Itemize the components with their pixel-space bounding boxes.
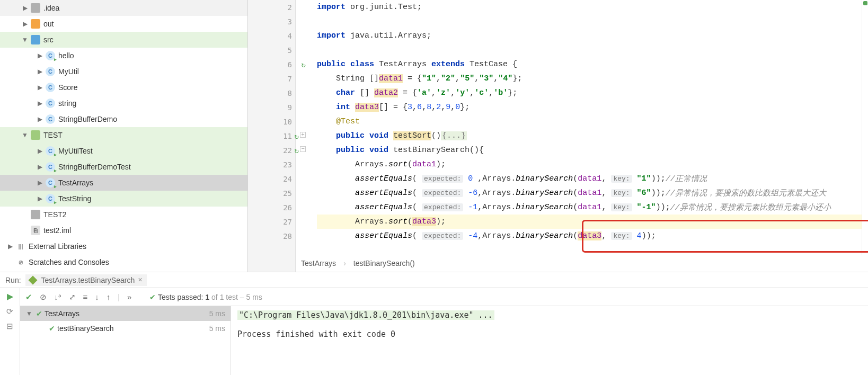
chevron-icon[interactable]: ▶ [35,68,45,75]
tree-item-test2-iml[interactable]: ⎘test2.iml [0,222,247,238]
code-line[interactable]: import org.junit.Test; [317,0,868,14]
chevron-icon[interactable]: ▼ [20,131,30,139]
code-line[interactable]: String []data1 = {"1","2","5","3","4"}; [317,72,868,86]
gutter-line[interactable]: 25 [248,186,295,200]
tree-label: StringBufferDemo [58,115,117,123]
gutter-line[interactable]: 7 [248,72,295,86]
sort-icon[interactable]: ↓ᵃ [54,292,61,302]
prev-icon[interactable]: ↓ [95,292,99,301]
collapse-icon[interactable]: ⤢ [69,292,76,302]
next-icon[interactable]: ↑ [107,292,111,301]
tree-label: src [43,35,54,44]
export-icon[interactable]: » [127,292,131,301]
code-line[interactable]: public void testBinarySearch(){ [317,143,868,157]
chevron-icon[interactable]: ▶ [35,195,45,202]
run-gutter-icon[interactable]: ↻ [302,60,306,69]
code-line[interactable]: public class TestArrays extends TestCase… [317,57,868,72]
tree-item-Scratches-and-Consoles[interactable]: ⎚Scratches and Consoles [0,254,247,270]
gutter-line[interactable]: 6↻ [248,57,295,72]
code-line[interactable]: assertEquals( expected: -6,Arrays.binary… [317,186,868,200]
tree-item-StringBufferDemoTest[interactable]: ▶CStringBufferDemoTest [0,159,247,175]
run-tab-label: TestArrays.testBinarySearch [41,276,135,284]
debug-icon[interactable]: ⟳ [6,307,13,316]
tree-item-MyUtil[interactable]: ▶CMyUtil [0,64,247,79]
gutter: 23456↻7891011↻+22↻−232425262728 [248,0,296,272]
tree-item-MyUtilTest[interactable]: ▶CMyUtilTest [0,143,247,159]
gutter-line[interactable]: 11↻+ [248,129,295,143]
fold-icon[interactable]: + [300,132,306,138]
code-line[interactable]: assertEquals( expected: -4,Arrays.binary… [317,229,868,243]
chevron-icon[interactable]: ▶ [35,52,45,59]
code-line[interactable]: Arrays.sort(data1); [317,157,868,172]
tree-item-string[interactable]: ▶Cstring [0,95,247,111]
run-play-icon[interactable]: ▶ [7,291,13,301]
tree-label: Score [58,83,78,92]
gutter-line[interactable]: 28 [248,229,295,243]
code-area[interactable]: import org.junit.Test;import java.util.A… [296,0,868,272]
code-line[interactable]: import java.util.Arrays; [317,29,868,43]
tree-item-TEST[interactable]: ▼TEST [0,127,247,143]
chevron-icon[interactable]: ▶ [5,243,15,250]
chevron-icon[interactable]: ▶ [20,20,30,28]
run-gutter-icon[interactable]: ↻ [295,146,299,155]
gutter-line[interactable]: 23 [248,157,295,172]
close-icon[interactable]: ✕ [138,276,143,283]
expand-icon[interactable]: ≡ [83,292,88,301]
tree-item-src[interactable]: ▼src [0,32,247,48]
tree-item-TestString[interactable]: ▶CTestString [0,191,247,207]
code-line[interactable]: public void testSort(){...} [317,129,868,143]
chevron-icon[interactable]: ▶ [35,163,45,171]
crumb-class[interactable]: TestArrays [301,259,336,267]
tree-item--idea[interactable]: ▶.idea [0,0,247,16]
gutter-line[interactable]: 2 [248,0,295,14]
crumb-method[interactable]: testBinarySearch() [353,259,415,267]
tree-item-out[interactable]: ▶out [0,16,247,32]
code-line[interactable]: int data3[] = {3,6,8,2,9,0}; [317,100,868,114]
console-output[interactable]: "C:\Program Files\Java\jdk1.8.0_201\bin\… [231,306,868,375]
code-line[interactable]: @Test [317,114,868,129]
chevron-icon[interactable]: ▶ [35,147,45,155]
code-editor[interactable]: 23456↻7891011↻+22↻−232425262728 import o… [248,0,868,272]
gutter-line[interactable]: 24 [248,172,295,186]
gutter-line[interactable]: 27 [248,215,295,229]
code-line[interactable]: assertEquals( expected: 0 ,Arrays.binary… [317,172,868,186]
test-row[interactable]: ✔testBinarySearch5 ms [20,321,231,336]
gutter-line[interactable]: 5 [248,43,295,57]
gutter-line[interactable]: 10 [248,114,295,129]
run-tab[interactable]: TestArrays.testBinarySearch ✕ [25,274,147,286]
run-gutter-icon[interactable]: ↻ [295,132,299,140]
gutter-line[interactable]: 3 [248,14,295,29]
tree-item-Score[interactable]: ▶CScore [0,79,247,95]
filter-icon[interactable]: ⊘ [40,292,47,302]
chevron-icon[interactable]: ▼ [24,310,34,317]
test-row[interactable]: ▼✔TestArrays5 ms [20,306,231,321]
gutter-line[interactable]: 22↻− [248,143,295,157]
code-line[interactable]: assertEquals( expected: -1,Arrays.binary… [317,200,868,215]
test-results-tree[interactable]: ▼✔TestArrays5 ms ✔testBinarySearch5 ms [20,306,231,375]
chevron-icon[interactable]: ▶ [35,84,45,91]
tree-item-hello[interactable]: ▶Chello [0,48,247,64]
tree-item-StringBufferDemo[interactable]: ▶CStringBufferDemo [0,111,247,127]
chevron-icon[interactable]: ▶ [35,100,45,107]
gutter-line[interactable]: 9 [248,100,295,114]
overview-ruler[interactable] [862,0,868,255]
chevron-icon[interactable]: ▶ [35,115,45,123]
check-icon[interactable]: ✔ [25,292,32,302]
code-line[interactable]: Arrays.sort(data3); [317,215,868,229]
project-tree[interactable]: ▶.idea▶out▼src▶Chello▶CMyUtil▶CScore▶Cst… [0,0,248,272]
code-line[interactable] [317,14,868,29]
gutter-line[interactable]: 8 [248,86,295,100]
gutter-line[interactable]: 26 [248,200,295,215]
code-line[interactable] [317,43,868,57]
fold-icon[interactable]: − [300,146,306,152]
chevron-icon[interactable]: ▼ [20,36,30,43]
stop-icon[interactable]: ⊟ [6,322,13,331]
tree-item-TestArrays[interactable]: ▶CTestArrays [0,175,247,191]
breadcrumb[interactable]: TestArrays › testBinarySearch() [296,255,868,272]
chevron-icon[interactable]: ▶ [35,179,45,186]
tree-item-TEST2[interactable]: TEST2 [0,207,247,222]
tree-item-External-Libraries[interactable]: ▶|||External Libraries [0,238,247,254]
chevron-icon[interactable]: ▶ [20,4,30,12]
gutter-line[interactable]: 4 [248,29,295,43]
code-line[interactable]: char [] data2 = {'a','z','y','c','b'}; [317,86,868,100]
